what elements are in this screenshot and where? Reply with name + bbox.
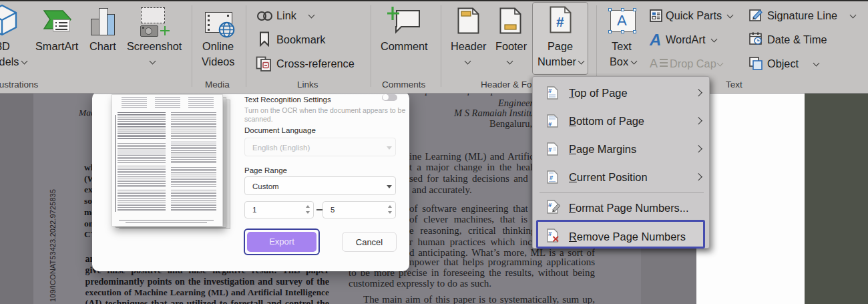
- svg-text:#: #: [550, 174, 554, 181]
- svg-text:#: #: [548, 146, 552, 153]
- svg-text:#: #: [548, 120, 552, 128]
- svg-text:#: #: [548, 230, 552, 237]
- svg-text:#: #: [556, 14, 564, 29]
- svg-text:#: #: [548, 201, 552, 208]
- svg-text:#: #: [548, 87, 552, 94]
